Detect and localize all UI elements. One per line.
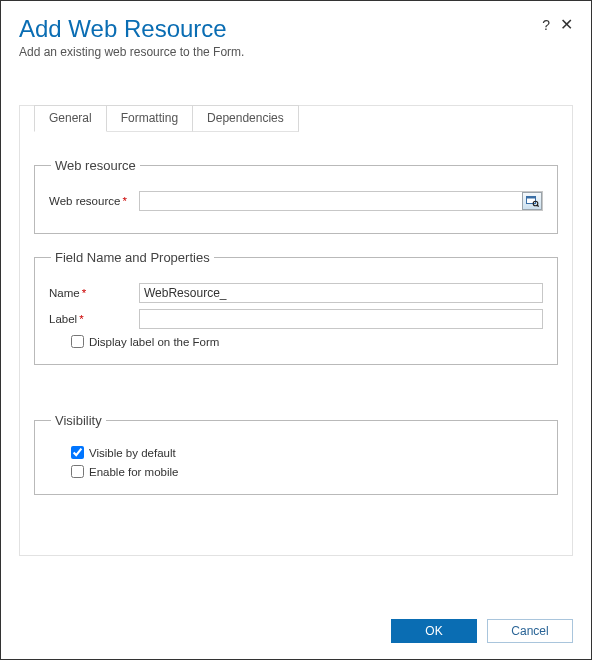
dialog-footer: OK Cancel: [391, 619, 573, 643]
enable-mobile-checkbox[interactable]: [71, 465, 84, 478]
enable-mobile-text: Enable for mobile: [89, 466, 179, 478]
lookup-icon[interactable]: [522, 192, 542, 210]
group-field-name-props: Field Name and Properties Name* Label*: [34, 250, 558, 365]
legend-field-name-props: Field Name and Properties: [51, 250, 214, 265]
ok-button[interactable]: OK: [391, 619, 477, 643]
label-input[interactable]: [139, 309, 543, 329]
enable-mobile-checkbox-row[interactable]: Enable for mobile: [71, 465, 543, 478]
legend-visibility: Visibility: [51, 413, 106, 428]
tab-general[interactable]: General: [34, 105, 107, 132]
legend-web-resource: Web resource: [51, 158, 140, 173]
required-marker: *: [82, 287, 86, 299]
help-icon[interactable]: ?: [542, 17, 550, 33]
group-web-resource: Web resource Web resource*: [34, 158, 558, 234]
label-name: Name*: [49, 287, 139, 299]
dialog-subtitle: Add an existing web resource to the Form…: [19, 45, 573, 59]
svg-rect-1: [526, 197, 535, 199]
visible-default-checkbox-row[interactable]: Visible by default: [71, 446, 543, 459]
close-icon[interactable]: ✕: [560, 18, 573, 32]
tab-formatting[interactable]: Formatting: [106, 105, 193, 132]
tab-panel: General Formatting Dependencies Web reso…: [19, 105, 573, 556]
tab-dependencies[interactable]: Dependencies: [192, 105, 299, 132]
display-label-checkbox-row[interactable]: Display label on the Form: [71, 335, 543, 348]
visible-default-checkbox[interactable]: [71, 446, 84, 459]
svg-line-3: [537, 205, 539, 207]
required-marker: *: [79, 313, 83, 325]
cancel-button[interactable]: Cancel: [487, 619, 573, 643]
group-visibility: Visibility Visible by default Enable for…: [34, 413, 558, 495]
display-label-text: Display label on the Form: [89, 336, 219, 348]
name-input[interactable]: [139, 283, 543, 303]
web-resource-input[interactable]: [139, 191, 543, 211]
tabs: General Formatting Dependencies: [34, 105, 558, 132]
display-label-checkbox[interactable]: [71, 335, 84, 348]
visible-default-text: Visible by default: [89, 447, 176, 459]
required-marker: *: [122, 195, 126, 207]
dialog-title: Add Web Resource: [19, 15, 573, 43]
label-web-resource: Web resource*: [49, 195, 139, 207]
label-label: Label*: [49, 313, 139, 325]
